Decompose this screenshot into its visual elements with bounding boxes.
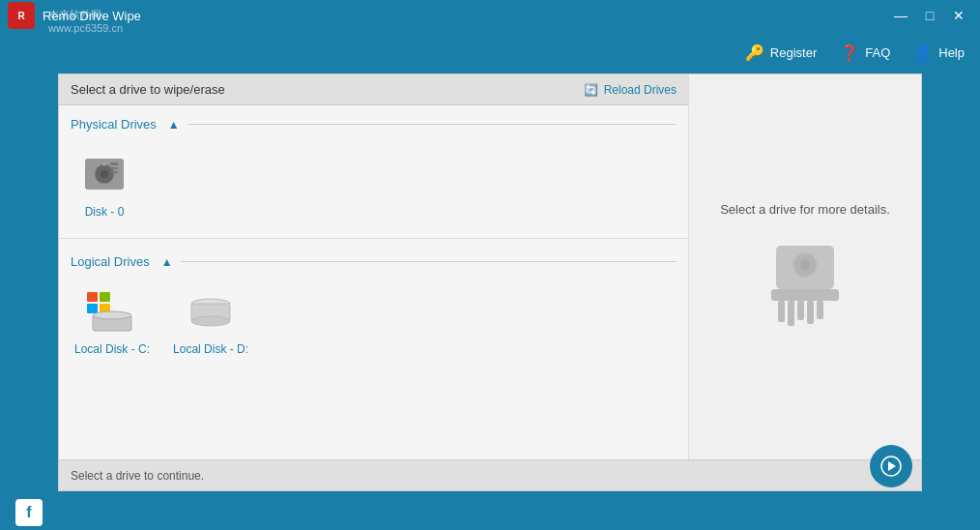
- svg-rect-25: [807, 301, 814, 324]
- diskd-icon-container: [184, 284, 238, 339]
- diskc-label: Local Disk - C:: [74, 342, 150, 356]
- drive-item-d[interactable]: Local Disk - D:: [169, 280, 252, 360]
- logical-drives-collapse-icon[interactable]: ▲: [161, 255, 173, 269]
- diskc-icon-container: [85, 284, 139, 339]
- status-bar: Select a drive to continue.: [58, 460, 922, 491]
- drive-item-disk0[interactable]: Disk - 0: [71, 143, 138, 222]
- faq-icon: ❓: [840, 44, 859, 62]
- reload-icon: 🔄: [584, 83, 598, 97]
- svg-point-14: [93, 311, 131, 319]
- main-content: Select a drive to wipe/erase 🔄 Reload Dr…: [58, 74, 922, 460]
- help-nav-item[interactable]: 👤 Help: [913, 44, 965, 62]
- nav-bar: 本来软件网 www.pc6359.cn 🔑 Register ❓ FAQ 👤 H…: [0, 31, 980, 74]
- facebook-icon[interactable]: f: [15, 499, 43, 526]
- physical-drives-title: Physical Drives ▲: [71, 117, 677, 132]
- right-panel-prompt: Select a drive for more details.: [720, 202, 890, 217]
- disk-d-icon: [186, 296, 236, 327]
- svg-rect-22: [778, 301, 785, 322]
- svg-point-5: [103, 163, 106, 166]
- right-panel: Select a drive for more details.: [689, 74, 921, 459]
- help-icon: 👤: [913, 44, 933, 62]
- left-panel: Select a drive to wipe/erase 🔄 Reload Dr…: [59, 74, 689, 459]
- footer: f: [0, 495, 980, 530]
- title-bar-left: R Remo Drive Wipe: [8, 2, 141, 29]
- register-icon: 🔑: [745, 44, 764, 62]
- faq-label: FAQ: [865, 45, 890, 60]
- maximize-button[interactable]: □: [916, 5, 943, 26]
- reload-button[interactable]: 🔄 Reload Drives: [584, 83, 677, 97]
- drive-item-c[interactable]: Local Disk - C:: [71, 280, 154, 360]
- physical-drives-grid: Disk - 0: [71, 143, 677, 222]
- close-button[interactable]: ✕: [945, 5, 972, 26]
- title-bar: R Remo Drive Wipe — □ ✕: [0, 0, 980, 31]
- status-message: Select a drive to continue.: [71, 469, 204, 483]
- disk-c-icon: [87, 290, 137, 333]
- physical-drives-collapse-icon[interactable]: ▲: [168, 118, 180, 132]
- window-title: Remo Drive Wipe: [43, 9, 141, 23]
- svg-rect-10: [100, 292, 110, 302]
- svg-rect-8: [110, 171, 118, 173]
- help-label: Help: [938, 45, 965, 60]
- next-arrow-icon: [880, 456, 902, 477]
- logical-drives-section: Logical Drives ▲: [59, 243, 688, 371]
- svg-rect-26: [817, 301, 823, 319]
- hdd-icon: [81, 151, 128, 197]
- svg-rect-11: [87, 304, 98, 313]
- panel-header: Select a drive to wipe/erase 🔄 Reload Dr…: [59, 74, 688, 105]
- svg-rect-7: [110, 167, 118, 169]
- svg-rect-21: [771, 289, 839, 301]
- logical-drives-grid: Local Disk - C: Local Disk - D:: [71, 280, 677, 360]
- svg-rect-9: [87, 292, 98, 302]
- svg-point-17: [191, 316, 230, 326]
- shredder-icon: [757, 236, 853, 333]
- svg-rect-6: [110, 162, 118, 165]
- next-button[interactable]: [870, 445, 912, 487]
- physical-drives-section: Physical Drives ▲: [59, 105, 688, 234]
- reload-label: Reload Drives: [604, 83, 677, 97]
- diskd-label: Local Disk - D:: [173, 342, 248, 356]
- logical-drives-title: Logical Drives ▲: [71, 254, 677, 269]
- svg-rect-23: [788, 301, 794, 326]
- window-controls: — □ ✕: [887, 5, 972, 26]
- app-logo: R: [8, 2, 35, 29]
- svg-point-20: [800, 260, 810, 270]
- disk0-label: Disk - 0: [85, 205, 125, 219]
- panel-header-text: Select a drive to wipe/erase: [71, 82, 225, 97]
- svg-text:R: R: [17, 11, 25, 21]
- register-nav-item[interactable]: 🔑 Register: [745, 44, 817, 62]
- svg-point-4: [101, 170, 108, 178]
- minimize-button[interactable]: —: [887, 5, 914, 26]
- disk0-icon-container: [77, 147, 131, 201]
- svg-rect-24: [797, 301, 804, 320]
- faq-nav-item[interactable]: ❓ FAQ: [840, 44, 890, 62]
- register-label: Register: [770, 45, 817, 60]
- section-divider: [59, 238, 688, 239]
